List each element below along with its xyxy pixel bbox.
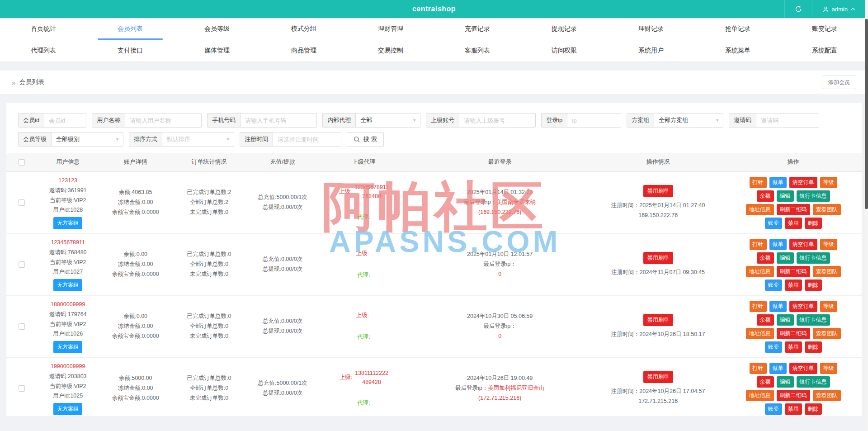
- nav-tab-抢单记录[interactable]: 抢单记录: [694, 18, 781, 40]
- row-checkbox[interactable]: [19, 323, 25, 330]
- action-button-做单[interactable]: 做单: [769, 301, 787, 312]
- search-button[interactable]: 搜 索: [347, 132, 384, 147]
- refresh-button[interactable]: [784, 0, 812, 18]
- plan-group-badge[interactable]: 无方案组: [53, 341, 82, 353]
- action-button-查看团队[interactable]: 查看团队: [813, 328, 841, 339]
- username-link[interactable]: 19900009999: [51, 362, 85, 372]
- scrollbar-thumb[interactable]: [865, 19, 868, 209]
- action-button-地址信息[interactable]: 地址信息: [746, 390, 774, 401]
- action-button-等级[interactable]: 等级: [820, 177, 837, 188]
- plan-group-select[interactable]: 全部方案组 ▼: [654, 114, 723, 127]
- action-button-做单[interactable]: 做单: [769, 177, 787, 188]
- action-button-刷新二维码[interactable]: 刷新二维码: [777, 266, 810, 277]
- parent-account-input[interactable]: [459, 114, 535, 127]
- phone-input[interactable]: [241, 114, 316, 127]
- action-button-刷新二维码[interactable]: 刷新二维码: [777, 390, 810, 401]
- username-input[interactable]: [125, 114, 201, 127]
- plan-group-badge[interactable]: 无方案组: [53, 403, 82, 415]
- username-link[interactable]: 18800009999: [51, 300, 85, 310]
- action-button-地址信息[interactable]: 地址信息: [746, 204, 774, 215]
- action-button-银行卡信息[interactable]: 银行卡信息: [797, 252, 830, 264]
- action-button-删除[interactable]: 删除: [805, 279, 822, 291]
- action-button-银行卡信息[interactable]: 银行卡信息: [797, 314, 830, 326]
- username-link[interactable]: 123123: [58, 176, 77, 186]
- nav-tab-理财管理[interactable]: 理财管理: [347, 18, 434, 40]
- nav-tab-首页统计[interactable]: 首页统计: [0, 18, 87, 40]
- parent-account[interactable]: 13811112222: [355, 369, 388, 378]
- nav-tab-理财记录[interactable]: 理财记录: [608, 18, 694, 40]
- action-button-余额[interactable]: 余额: [757, 252, 774, 264]
- action-button-刷新二维码[interactable]: 刷新二维码: [777, 328, 810, 339]
- row-checkbox[interactable]: [19, 261, 25, 268]
- nav-tab-媒体管理[interactable]: 媒体管理: [174, 40, 260, 62]
- sort-select[interactable]: 默认排序 ▼: [162, 133, 234, 146]
- nav-tab-提现记录[interactable]: 提现记录: [521, 18, 608, 40]
- action-button-编辑[interactable]: 编辑: [777, 314, 794, 326]
- nav-tab-代理列表[interactable]: 代理列表: [0, 40, 87, 62]
- action-button-禁用[interactable]: 禁用: [785, 218, 802, 229]
- row-checkbox[interactable]: [19, 199, 25, 206]
- action-button-禁用[interactable]: 禁用: [785, 279, 802, 291]
- action-button-清空订单[interactable]: 清空订单: [789, 239, 817, 250]
- user-menu[interactable]: admin: [812, 0, 865, 18]
- action-button-账变[interactable]: 账变: [765, 279, 782, 291]
- nav-tab-充值记录[interactable]: 充值记录: [434, 18, 521, 40]
- nav-tab-会员等级[interactable]: 会员等级: [174, 18, 260, 40]
- ban-brush-badge[interactable]: 禁用刷单: [643, 371, 673, 383]
- nav-tab-系统菜单[interactable]: 系统菜单: [694, 40, 781, 62]
- member-level-select[interactable]: 全部级别 ▼: [52, 133, 123, 146]
- action-button-打针[interactable]: 打针: [750, 363, 767, 374]
- nav-tab-支付接口[interactable]: 支付接口: [87, 40, 174, 62]
- action-button-查看团队[interactable]: 查看团队: [813, 390, 841, 401]
- parent-account[interactable]: 12345678911: [354, 183, 389, 192]
- action-button-打针[interactable]: 打针: [750, 177, 767, 188]
- nav-tab-访问权限[interactable]: 访问权限: [521, 40, 608, 62]
- row-checkbox[interactable]: [19, 385, 25, 392]
- action-button-账变[interactable]: 账变: [765, 218, 782, 229]
- action-button-禁用[interactable]: 禁用: [785, 403, 802, 415]
- nav-tab-客服列表[interactable]: 客服列表: [434, 40, 521, 62]
- plan-group-badge[interactable]: 无方案组: [53, 217, 82, 229]
- ban-brush-badge[interactable]: 禁用刷单: [643, 314, 673, 326]
- ban-brush-badge[interactable]: 禁用刷单: [643, 185, 673, 197]
- action-button-银行卡信息[interactable]: 银行卡信息: [797, 190, 830, 202]
- action-button-余额[interactable]: 余额: [757, 190, 774, 202]
- action-button-刷新二维码[interactable]: 刷新二维码: [777, 204, 810, 215]
- action-button-清空订单[interactable]: 清空订单: [789, 177, 817, 188]
- login-ip-input[interactable]: [567, 114, 621, 127]
- internal-agent-select[interactable]: 全部 ▼: [356, 114, 420, 127]
- action-button-查看团队[interactable]: 查看团队: [813, 204, 841, 215]
- action-button-删除[interactable]: 删除: [805, 218, 822, 229]
- action-button-做单[interactable]: 做单: [769, 239, 787, 250]
- username-link[interactable]: 12345678911: [51, 238, 85, 248]
- action-button-等级[interactable]: 等级: [820, 363, 837, 374]
- action-button-账变[interactable]: 账变: [765, 403, 782, 415]
- action-button-等级[interactable]: 等级: [820, 301, 837, 312]
- action-button-编辑[interactable]: 编辑: [777, 190, 794, 202]
- action-button-等级[interactable]: 等级: [820, 239, 837, 250]
- action-button-清空订单[interactable]: 清空订单: [789, 301, 817, 312]
- select-all-checkbox[interactable]: [19, 159, 25, 166]
- action-button-做单[interactable]: 做单: [769, 363, 787, 374]
- member-id-input[interactable]: [44, 114, 86, 127]
- action-button-清空订单[interactable]: 清空订单: [789, 363, 817, 374]
- plan-group-badge[interactable]: 无方案组: [53, 279, 82, 291]
- add-member-button[interactable]: 添加会员: [822, 76, 856, 89]
- action-button-余额[interactable]: 余额: [757, 376, 774, 388]
- action-button-打针[interactable]: 打针: [750, 239, 767, 250]
- action-button-打针[interactable]: 打针: [750, 301, 767, 312]
- ban-brush-badge[interactable]: 禁用刷单: [643, 252, 673, 264]
- action-button-删除[interactable]: 删除: [805, 403, 822, 415]
- action-button-编辑[interactable]: 编辑: [777, 376, 794, 388]
- action-button-地址信息[interactable]: 地址信息: [746, 328, 774, 339]
- action-button-编辑[interactable]: 编辑: [777, 252, 794, 264]
- nav-tab-账变记录[interactable]: 账变记录: [781, 18, 868, 40]
- action-button-银行卡信息[interactable]: 银行卡信息: [797, 376, 830, 388]
- nav-tab-商品管理[interactable]: 商品管理: [260, 40, 347, 62]
- action-button-地址信息[interactable]: 地址信息: [746, 266, 774, 277]
- action-button-删除[interactable]: 删除: [805, 341, 822, 353]
- reg-time-input[interactable]: [273, 133, 341, 146]
- action-button-查看团队[interactable]: 查看团队: [813, 266, 841, 277]
- nav-tab-会员列表[interactable]: 会员列表: [87, 18, 174, 40]
- nav-tab-系统配置[interactable]: 系统配置: [781, 40, 868, 62]
